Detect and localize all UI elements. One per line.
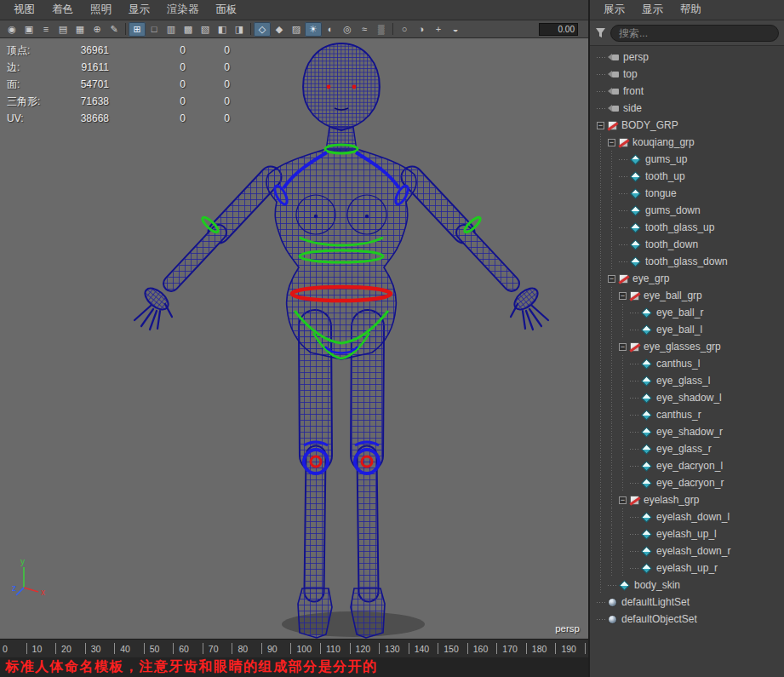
film-gate-icon[interactable]: □ [146,22,163,37]
outliner-item-body_skin[interactable]: body_skin [590,577,784,594]
timeline-tick[interactable]: 140 [412,640,442,657]
motion-blur-icon[interactable]: ≈ [356,22,373,37]
outliner-item-kouqiang_grp[interactable]: −kouqiang_grp [590,134,784,151]
timeline-tick[interactable]: 100 [294,640,323,657]
outliner-item-defaultLightSet[interactable]: defaultLightSet [590,594,784,611]
outliner-item-eye_ball_grp[interactable]: −eye_ball_grp [590,287,784,304]
outliner-item-eye_grp[interactable]: −eye_grp [590,270,784,287]
occlusion-icon[interactable]: ◎ [339,22,356,37]
outliner-item-eyelash_down_l[interactable]: eyelash_down_l [590,508,784,525]
camera-attributes-icon[interactable]: ≡ [37,22,54,37]
timeline-tick[interactable]: 120 [353,640,383,657]
timeline-tick[interactable]: 80 [235,640,265,657]
field-chart-icon[interactable]: ▧ [197,22,214,37]
outliner-item-side[interactable]: side [590,100,784,117]
menu-item[interactable]: 视图 [5,0,43,20]
outliner-item-tongue[interactable]: tongue [590,185,784,202]
menu-item[interactable]: 着色 [43,0,82,20]
outliner-item-eye_shadow_r[interactable]: eye_shadow_r [590,423,784,440]
xray-display-icon[interactable]: ◑ [413,22,430,37]
isolate-select-icon[interactable]: ○ [396,22,413,37]
outliner-item-eyelash_grp[interactable]: −eyelash_grp [590,491,784,508]
timeline-tick[interactable]: 160 [471,640,501,657]
menu-item[interactable]: 帮助 [672,0,710,20]
outliner-item-eyelash_down_r[interactable]: eyelash_down_r [590,542,784,559]
outliner-item-top[interactable]: top [590,66,784,83]
timeline-tick[interactable]: 10 [30,640,60,657]
safe-title-icon[interactable]: ◨ [231,22,248,37]
time-slider[interactable]: 0102030405060708090100110120130140150160… [0,639,588,657]
outliner-item-persp[interactable]: persp [590,49,784,66]
outliner-item-tooth_up[interactable]: tooth_up [590,168,784,185]
xray-joints-icon[interactable]: + [430,22,447,37]
outliner-item-eye_glass_r[interactable]: eye_glass_r [590,440,784,457]
menu-item[interactable]: 显示 [120,0,158,20]
menu-item[interactable]: 渲染器 [158,0,208,20]
search-input[interactable] [610,25,779,42]
grease-pencil-icon[interactable]: ✎ [106,22,123,37]
viewport-3d[interactable]: 顶点:3696100 边:9161100 面:5470100 三角形:71638… [0,38,588,639]
outliner-item-eye_dacryon_r[interactable]: eye_dacryon_r [590,474,784,491]
gamma-icon[interactable]: ◒ [447,22,464,37]
timeline-tick[interactable]: 150 [441,640,471,657]
timeline-tick[interactable]: 20 [59,640,89,657]
expand-toggle[interactable]: − [619,496,627,504]
outliner-item-defaultObjectSet[interactable]: defaultObjectSet [590,611,784,628]
outliner-item-eye_dacryon_l[interactable]: eye_dacryon_l [590,457,784,474]
lock-camera-icon[interactable]: ▣ [20,22,37,37]
outliner-item-front[interactable]: front [590,83,784,100]
outliner-item-eye_ball_l[interactable]: eye_ball_l [590,321,784,338]
image-plane-icon[interactable]: ▦ [72,22,89,37]
timeline-tick[interactable]: 130 [382,640,412,657]
outliner-item-tooth_down[interactable]: tooth_down [590,236,784,253]
resolution-gate-icon[interactable]: ▥ [163,22,180,37]
timeline-tick[interactable]: 30 [89,640,118,657]
outliner-item-eyelash_up_l[interactable]: eyelash_up_l [590,525,784,542]
menu-item[interactable]: 显示 [633,0,672,20]
timeline-tick[interactable]: 90 [265,640,295,657]
pan-zoom-2d-icon[interactable]: ⊕ [89,22,106,37]
outliner-item-eyelash_up_r[interactable]: eyelash_up_r [590,559,784,577]
expand-toggle[interactable]: − [608,275,615,283]
textured-display-icon[interactable]: ▨ [288,22,305,37]
outliner-item-gums_up[interactable]: gums_up [590,151,784,168]
timeline-tick[interactable]: 50 [147,640,177,657]
wireframe-display-icon[interactable]: ◇ [254,22,271,37]
timeline-tick[interactable]: 190 [558,640,588,657]
gate-mask-icon[interactable]: ▩ [180,22,197,37]
outliner-item-eye_shadow_l[interactable]: eye_shadow_l [590,389,784,406]
timeline-tick[interactable]: 180 [529,640,559,657]
timeline-tick[interactable]: 60 [176,640,206,657]
timeline-tick[interactable]: 40 [117,640,147,657]
shaded-display-icon[interactable]: ◆ [271,22,288,37]
filter-icon[interactable] [595,27,606,38]
body-wireframe-model[interactable] [0,38,588,639]
outliner-item-gums_down[interactable]: gums_down [590,202,784,219]
grid-display-icon[interactable]: ⊞ [129,22,146,37]
menu-item[interactable]: 照明 [82,0,120,20]
outliner-item-eye_glasses_grp[interactable]: −eye_glasses_grp [590,338,784,355]
outliner-item-eye_ball_r[interactable]: eye_ball_r [590,304,784,321]
expand-toggle[interactable]: − [619,292,627,300]
expand-toggle[interactable]: − [619,343,627,351]
safe-action-icon[interactable]: ◧ [214,22,231,37]
select-camera-icon[interactable]: ◉ [3,22,20,37]
expand-toggle[interactable]: − [597,122,604,129]
shadows-icon[interactable]: ◐ [322,22,339,37]
timeline-tick[interactable]: 110 [323,640,353,657]
menu-item[interactable]: 面板 [208,0,246,20]
outliner-item-tooth_glass_down[interactable]: tooth_glass_down [590,253,784,270]
outliner-item-tooth_glass_up[interactable]: tooth_glass_up [590,219,784,236]
exposure-field[interactable]: 0.00 [539,23,578,36]
multisample-aa-icon[interactable]: ▒ [373,22,390,37]
timeline-tick[interactable]: 170 [500,640,529,657]
outliner-item-BODY_GRP[interactable]: −BODY_GRP [590,117,784,134]
outliner-item-canthus_l[interactable]: canthus_l [590,355,784,372]
outliner-item-canthus_r[interactable]: canthus_r [590,406,784,423]
bookmark-view-icon[interactable]: ▤ [54,22,72,37]
use-all-lights-icon[interactable]: ☀ [305,22,322,37]
expand-toggle[interactable]: − [608,139,615,146]
timeline-tick[interactable]: 0 [0,640,30,657]
menu-item[interactable]: 展示 [595,0,633,20]
timeline-tick[interactable]: 70 [206,640,236,657]
